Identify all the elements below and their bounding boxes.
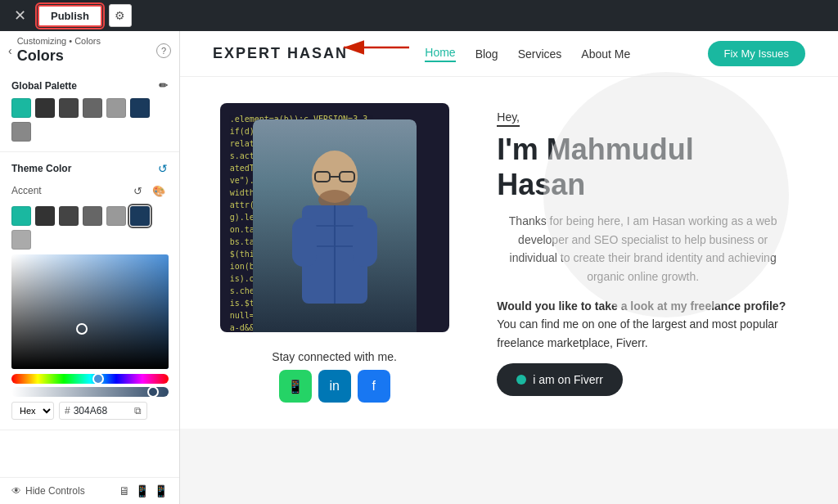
website-preview: EXPERT HASAN Home Blog Services About Me… bbox=[180, 31, 838, 504]
eye-icon: 👁 bbox=[11, 485, 21, 497]
settings-button[interactable]: ⚙ bbox=[109, 4, 132, 27]
close-button[interactable]: ✕ bbox=[8, 4, 31, 27]
hue-thumb bbox=[92, 373, 104, 385]
global-swatch-6[interactable] bbox=[11, 122, 31, 142]
format-select[interactable]: Hex bbox=[11, 402, 54, 420]
nav-link-services[interactable]: Services bbox=[518, 47, 562, 61]
breadcrumb: Customizing • Colors bbox=[17, 36, 151, 46]
theme-color-label: Theme Color bbox=[11, 163, 71, 174]
global-swatch-2[interactable] bbox=[59, 98, 79, 118]
linkedin-button[interactable]: in bbox=[318, 370, 351, 403]
global-palette-label: Global Palette ✏ bbox=[11, 79, 168, 92]
accent-swatch-3[interactable] bbox=[83, 206, 102, 226]
whatsapp-button[interactable]: 📱 bbox=[279, 370, 312, 403]
fiverr-btn-label: i am on Fiverr bbox=[533, 373, 603, 386]
accent-swatch-1[interactable] bbox=[35, 206, 55, 226]
site-logo: EXPERT HASAN bbox=[213, 45, 348, 62]
sidebar-header: ‹ Customizing • Colors Colors ? bbox=[0, 31, 179, 70]
mobile-icon[interactable]: 📱 bbox=[154, 484, 168, 497]
person-avatar bbox=[286, 144, 384, 308]
preview-area: EXPERT HASAN Home Blog Services About Me… bbox=[180, 31, 838, 504]
global-swatch-3[interactable] bbox=[83, 98, 102, 118]
hide-controls-button[interactable]: 👁 Hide Controls bbox=[11, 485, 85, 497]
opacity-slider[interactable] bbox=[11, 387, 169, 397]
nav-link-blog[interactable]: Blog bbox=[475, 47, 498, 61]
accent-swatches bbox=[11, 206, 168, 250]
accent-swatch-0[interactable] bbox=[11, 206, 31, 226]
back-button[interactable]: ‹ bbox=[8, 44, 12, 57]
svg-rect-10 bbox=[353, 218, 377, 267]
facebook-button[interactable]: f bbox=[358, 370, 390, 403]
tablet-icon[interactable]: 📱 bbox=[135, 484, 149, 497]
accent-reset-btn[interactable]: ↺ bbox=[128, 182, 146, 200]
desktop-icon[interactable]: 🖥 bbox=[119, 484, 130, 497]
hero-left: .element=a(b));c.VERSION=3.3.if(d){(d.b.… bbox=[213, 103, 456, 403]
theme-color-section: Theme Color ↺ Accent ↺ 🎨 bbox=[0, 152, 179, 430]
svg-rect-9 bbox=[292, 218, 317, 267]
accent-swatch-5[interactable] bbox=[130, 206, 150, 226]
color-picker-gradient[interactable] bbox=[11, 254, 169, 369]
fiverr-button[interactable]: i am on Fiverr bbox=[497, 363, 623, 396]
opacity-thumb bbox=[147, 386, 159, 398]
global-swatch-5[interactable] bbox=[130, 98, 150, 118]
global-palette-section: Global Palette ✏ bbox=[0, 70, 179, 152]
accent-label: Accent bbox=[11, 185, 42, 196]
sidebar: ‹ Customizing • Colors Colors ? Global P… bbox=[0, 31, 180, 504]
stay-connected: Stay connected with me. bbox=[272, 350, 397, 363]
main-layout: ‹ Customizing • Colors Colors ? Global P… bbox=[0, 31, 838, 504]
edit-icon[interactable]: ✏ bbox=[159, 79, 168, 92]
top-bar: ✕ Publish ⚙ bbox=[0, 0, 838, 31]
hue-slider[interactable] bbox=[11, 374, 169, 384]
facebook-icon: f bbox=[372, 379, 375, 394]
hex-hash: # bbox=[65, 405, 70, 416]
copy-icon[interactable]: ⧉ bbox=[134, 405, 142, 416]
nav-cta-button[interactable]: Fix My Issues bbox=[708, 41, 805, 66]
picker-cursor bbox=[76, 323, 88, 335]
sidebar-title: Colors bbox=[17, 47, 151, 65]
gear-icon: ⚙ bbox=[115, 9, 125, 22]
fiverr-regular-text: You can find me on one of the largest an… bbox=[497, 317, 778, 349]
fiverr-dot bbox=[516, 375, 526, 385]
help-icon[interactable]: ? bbox=[156, 43, 171, 58]
publish-button[interactable]: Publish bbox=[38, 5, 102, 27]
nav-link-home[interactable]: Home bbox=[425, 46, 455, 62]
device-icons: 🖥 📱 📱 bbox=[119, 484, 168, 497]
sidebar-bottom: 👁 Hide Controls 🖥 📱 📱 bbox=[0, 477, 179, 504]
whatsapp-icon: 📱 bbox=[287, 379, 304, 394]
global-swatches bbox=[11, 98, 168, 142]
hero-greeting: Hey, bbox=[497, 110, 520, 127]
global-swatch-1[interactable] bbox=[35, 98, 55, 118]
nav-links: Home Blog Services About Me bbox=[425, 46, 630, 62]
site-nav: EXPERT HASAN Home Blog Services About Me… bbox=[180, 31, 838, 77]
hex-value-input[interactable] bbox=[74, 405, 131, 416]
hex-input-container: # ⧉ bbox=[59, 402, 147, 420]
back-icon: ‹ bbox=[8, 44, 12, 57]
background-shape bbox=[543, 72, 789, 317]
linkedin-icon: in bbox=[329, 379, 339, 394]
accent-swatch-2[interactable] bbox=[59, 206, 79, 226]
global-swatch-0[interactable] bbox=[11, 98, 31, 118]
accent-swatch-4[interactable] bbox=[106, 206, 126, 226]
nav-link-about[interactable]: About Me bbox=[581, 47, 630, 61]
accent-color-wheel-btn[interactable]: 🎨 bbox=[150, 182, 168, 200]
reset-icon[interactable]: ↺ bbox=[158, 162, 168, 175]
accent-swatch-6[interactable] bbox=[11, 230, 31, 250]
social-icons: 📱 in f bbox=[279, 370, 390, 403]
global-swatch-4[interactable] bbox=[106, 98, 126, 118]
